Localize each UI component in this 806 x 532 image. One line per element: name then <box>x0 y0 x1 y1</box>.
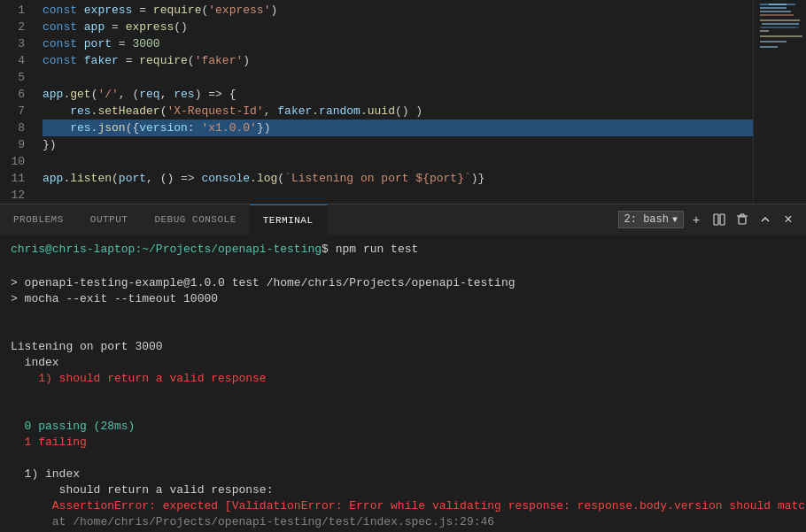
terminal-output-line: 1 failing <box>11 435 795 451</box>
code-line: app.get('/', (req, res) => { <box>43 86 753 103</box>
terminal-shell-selector[interactable]: 2: bash ▼ <box>618 211 684 228</box>
token: ( <box>277 170 284 187</box>
code-editor: 1234567891011121314 const express = requ… <box>0 0 806 204</box>
token: port <box>119 170 146 187</box>
terminal-toolbar-right: 2: bash ▼ + × <box>618 209 806 230</box>
split-icon <box>713 213 725 226</box>
token: () <box>174 19 188 35</box>
minimap <box>753 0 806 204</box>
token: require <box>153 2 202 19</box>
terminal-prompt: chris@chris-laptop:~/Projects/openapi-te… <box>11 242 795 258</box>
terminal-output-line: > openapi-testing-example@1.0.0 test /ho… <box>11 275 795 291</box>
token: ) <box>195 86 202 103</box>
token: app <box>43 170 63 187</box>
terminal-output-line <box>11 387 795 403</box>
token: ( <box>160 103 167 120</box>
token: . <box>63 86 70 103</box>
token: setHeader <box>97 103 159 120</box>
svg-rect-13 <box>714 214 718 225</box>
code-line: const port = 3000 <box>43 35 753 52</box>
token: : <box>188 120 202 136</box>
token: random <box>319 103 360 120</box>
token: . <box>91 103 98 120</box>
token: const <box>43 52 84 69</box>
line-number: 10 <box>0 153 25 170</box>
terminal-output-line <box>11 403 795 419</box>
line-number: 1 <box>0 2 25 19</box>
token: , <box>264 103 278 120</box>
terminal-area[interactable]: chris@chris-laptop:~/Projects/openapi-te… <box>0 235 806 532</box>
token: `Listening on port ${port}` <box>284 170 471 187</box>
terminal-output-line: 0 passing (28ms) <box>11 419 795 435</box>
new-terminal-button[interactable]: + <box>686 209 707 230</box>
token: get <box>70 86 90 103</box>
line-number: 4 <box>0 52 25 69</box>
delete-terminal-button[interactable] <box>732 209 753 230</box>
code-line: }) <box>43 136 753 153</box>
split-terminal-button[interactable] <box>709 209 730 230</box>
terminal-output-line <box>11 451 795 466</box>
line-number: 3 <box>0 35 25 52</box>
token: = <box>105 19 125 35</box>
tab-output[interactable]: OUTPUT <box>77 204 142 235</box>
prompt-symbol: $ <box>322 243 336 256</box>
svg-rect-2 <box>760 7 787 9</box>
terminal-output-line: Listening on port 3000 <box>11 339 795 355</box>
token: port <box>84 35 112 52</box>
token: json <box>97 120 125 136</box>
trash-icon <box>736 213 748 226</box>
code-line: const faker = require('faker') <box>43 52 753 69</box>
token: require <box>139 52 188 69</box>
token: () ) <box>395 103 422 120</box>
svg-rect-4 <box>760 14 794 16</box>
code-line: const app = express() <box>43 19 753 35</box>
token: . <box>63 170 70 187</box>
token: . <box>360 103 368 120</box>
token: 'express' <box>208 2 270 19</box>
line-number: 12 <box>0 187 25 204</box>
svg-rect-6 <box>762 23 799 25</box>
token: express <box>84 2 133 19</box>
maximize-panel-button[interactable] <box>755 209 776 230</box>
token: faker <box>84 52 119 69</box>
close-panel-button[interactable]: × <box>778 209 799 230</box>
line-number: 11 <box>0 170 25 187</box>
token: res <box>43 103 91 120</box>
terminal-output-line: at /home/chris/Projects/openapi-testing/… <box>11 514 795 530</box>
svg-rect-14 <box>720 214 725 225</box>
tab-terminal[interactable]: TERMINAL <box>250 204 327 235</box>
line-number: 5 <box>0 69 25 86</box>
terminal-output-line: 1) should return a valid response <box>11 371 795 387</box>
terminal-output-line <box>11 323 795 339</box>
token: faker <box>277 103 312 120</box>
token: express <box>126 19 174 35</box>
token: . <box>91 120 98 136</box>
tab-debug-console[interactable]: DEBUG CONSOLE <box>141 204 249 235</box>
terminal-output-line: should return a valid response: <box>11 482 795 498</box>
panel-header: PROBLEMSOUTPUTDEBUG CONSOLETERMINAL 2: b… <box>0 204 806 235</box>
token: , ( <box>119 86 139 103</box>
token: console <box>201 170 250 187</box>
code-line: app.listen(port, () => console.log(`List… <box>43 170 753 187</box>
minimap-preview <box>758 2 802 108</box>
token: const <box>43 19 84 35</box>
token: = <box>119 52 139 69</box>
token: ({ <box>126 120 140 136</box>
token: )} <box>471 170 485 187</box>
line-number: 9 <box>0 136 25 153</box>
token: res <box>174 86 194 103</box>
code-line: const express = require('express') <box>43 2 753 19</box>
terminal-output-line: > mocha --exit --timeout 10000 <box>11 291 795 307</box>
svg-rect-5 <box>760 19 800 21</box>
token: const <box>43 2 84 19</box>
token: '/' <box>97 86 118 103</box>
token: 3000 <box>132 35 159 52</box>
shell-label: 2: bash <box>624 213 669 226</box>
tab-problems[interactable]: PROBLEMS <box>0 204 77 235</box>
svg-rect-10 <box>760 35 802 37</box>
token: . <box>312 103 319 120</box>
svg-rect-11 <box>760 41 787 42</box>
token: 'x1.0.0' <box>201 120 256 136</box>
token: = <box>112 35 132 52</box>
token: , <box>160 86 174 103</box>
